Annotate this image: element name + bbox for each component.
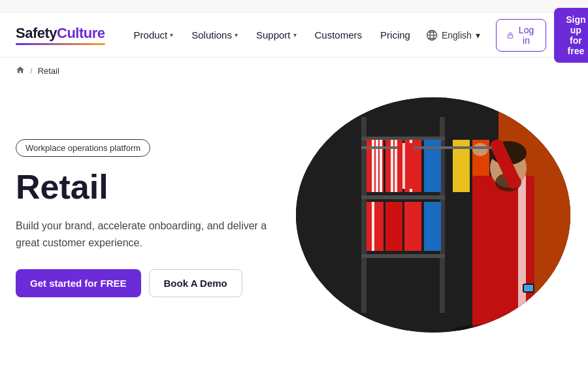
signup-button[interactable]: Sign up for free: [554, 8, 588, 63]
nav-item-solutions[interactable]: Solutions ▾: [184, 24, 246, 46]
nav-right: English ▾ Log in Sign up for free: [418, 8, 588, 63]
nav-label-support: Support: [256, 29, 291, 41]
hero-title: Retail: [16, 169, 268, 206]
svg-rect-5: [508, 35, 513, 38]
breadcrumb-current: Retail: [38, 66, 59, 76]
svg-rect-32: [518, 176, 526, 333]
nav-label-product: Product: [134, 29, 168, 41]
svg-rect-40: [402, 143, 405, 189]
hero-section: Workplace operations platform Retail Bui…: [0, 84, 588, 352]
svg-rect-29: [404, 202, 421, 251]
svg-rect-38: [361, 146, 492, 149]
logo[interactable]: SafetyCulture: [16, 25, 105, 45]
hero-left: Workplace operations platform Retail Bui…: [16, 133, 294, 297]
chevron-down-icon: ▾: [476, 30, 480, 41]
hero-badge: Workplace operations platform: [16, 139, 150, 157]
nav-label-customers: Customers: [315, 29, 363, 41]
retail-store-image: [296, 97, 570, 333]
chevron-down-icon: ▾: [235, 31, 238, 39]
nav-label-solutions: Solutions: [191, 29, 232, 41]
svg-rect-27: [372, 202, 374, 251]
hero-description: Build your brand, accelerate onboarding,…: [16, 218, 268, 251]
nav-item-support[interactable]: Support ▾: [248, 24, 304, 46]
get-started-button[interactable]: Get started for FREE: [16, 269, 141, 297]
chevron-down-icon: ▾: [170, 31, 173, 39]
nav-item-pricing[interactable]: Pricing: [372, 24, 418, 46]
nav-item-product[interactable]: Product ▾: [126, 24, 182, 46]
logo-safety-text: Safety: [16, 25, 57, 41]
svg-rect-12: [361, 195, 445, 199]
language-label: English: [442, 30, 472, 41]
svg-rect-26: [367, 202, 384, 251]
breadcrumb-separator: /: [30, 66, 33, 76]
nav-links: Product ▾ Solutions ▾ Support ▾ Customer…: [126, 24, 418, 46]
logo-culture-text: Culture: [57, 25, 105, 41]
home-icon: [16, 65, 25, 74]
nav-label-pricing: Pricing: [380, 29, 410, 41]
svg-point-37: [472, 143, 488, 156]
breadcrumb-home-link[interactable]: [16, 65, 25, 76]
globe-icon: [426, 29, 438, 41]
svg-rect-30: [424, 202, 441, 251]
login-button[interactable]: Log in: [496, 19, 546, 52]
chevron-down-icon: ▾: [293, 31, 297, 39]
svg-rect-28: [385, 202, 402, 251]
navbar: SafetyCulture Product ▾ Solutions ▾ Supp…: [0, 13, 588, 57]
svg-rect-42: [524, 285, 533, 291]
signup-label: Sign up for free: [566, 14, 585, 56]
nav-item-customers[interactable]: Customers: [307, 24, 370, 46]
hero-right: [294, 97, 572, 333]
book-demo-button[interactable]: Book A Demo: [149, 269, 242, 297]
hero-actions: Get started for FREE Book A Demo: [16, 269, 268, 297]
language-selector[interactable]: English ▾: [418, 24, 488, 46]
hero-image: [296, 97, 570, 333]
svg-rect-13: [361, 254, 445, 258]
lock-icon: [507, 31, 514, 40]
logo-underline: [16, 43, 105, 45]
login-label: Log in: [517, 25, 535, 46]
